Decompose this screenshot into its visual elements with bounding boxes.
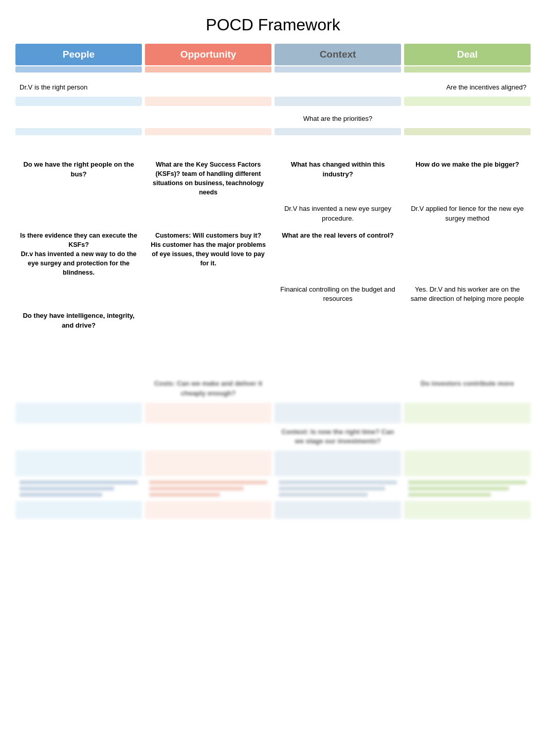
blur-context-1	[275, 376, 401, 402]
blur-dt-1	[404, 477, 531, 500]
a-context-1: Dr.V has invented a new eye surgey proce…	[275, 201, 401, 227]
bar-row-1	[15, 97, 531, 106]
blurred-section: Costs: Can we make and deliver it cheapl…	[15, 376, 531, 519]
cell-deal-intro: Are the incentives aligned?	[404, 80, 531, 96]
page-title: POCD Framework	[15, 15, 531, 34]
cell-people-2	[15, 111, 142, 127]
bar-blue-1	[15, 97, 142, 106]
framework-container: POCD Framework People Opportunity Contex…	[10, 15, 536, 519]
cell-deal-2	[404, 111, 531, 127]
header-opportunity: Opportunity	[145, 44, 271, 65]
blur-bar-gray	[275, 403, 401, 423]
blur-bar-pink	[145, 403, 271, 423]
blur-people-1	[15, 376, 142, 402]
q-people-2: Is there evidence they can execute the K…	[15, 228, 142, 281]
blur-deal-1: Do investors contribute more	[404, 376, 531, 402]
q-opportunity-1: What are the Key Success Factors (KSFs)?…	[145, 157, 271, 201]
blur-text-row-1	[15, 477, 531, 500]
blur-row-2: Context: Is now the right time? Can we s…	[15, 424, 531, 450]
bar-blue-2	[15, 128, 142, 135]
blur-row-1: Costs: Can we make and deliver it cheapl…	[15, 376, 531, 402]
blur-ot-1	[145, 477, 271, 500]
a-deal-1: Dr.V applied for lience for the new eye …	[404, 201, 531, 227]
a-deal-2: Yes. Dr.V and his worker are on the same…	[404, 282, 531, 308]
blur-bar-pink-2	[145, 451, 271, 476]
q-opportunity-3	[145, 308, 271, 334]
bar-row-2	[15, 128, 531, 135]
blur-bar-row-2	[15, 451, 531, 476]
bar-pink-2	[145, 128, 271, 135]
blur-context-2: Context: Is now the right time? Can we s…	[275, 424, 401, 450]
a-opportunity-2	[145, 282, 271, 308]
blur-bar-blue	[15, 403, 142, 423]
blur-bar-row-3	[15, 501, 531, 519]
blur-bar-green-2	[404, 451, 531, 476]
q-context-1: What has changed within this industry?	[275, 157, 401, 201]
blur-bar-row-1	[15, 403, 531, 423]
a-context-2: Finanical controlling on the budget and …	[275, 282, 401, 308]
row-intro-2: What are the priorities?	[15, 111, 531, 127]
bar-green-2	[404, 128, 531, 135]
q-deal-3	[404, 308, 531, 334]
cell-people-intro: Dr.V is the right person	[15, 80, 142, 96]
row-intro-1: Dr.V is the right person Are the incenti…	[15, 80, 531, 96]
q-opportunity-2: Customers: Will customers buy it? His cu…	[145, 228, 271, 281]
q-deal-1: How do we make the pie bigger?	[404, 157, 531, 201]
cell-context-2: What are the priorities?	[275, 111, 401, 127]
bar-green-1	[404, 97, 531, 106]
answer-row-2: Finanical controlling on the budget and …	[15, 282, 531, 308]
questions-row-2: Is there evidence they can execute the K…	[15, 228, 531, 281]
blur-deal-2	[404, 424, 531, 450]
bar-gray-1	[275, 97, 401, 106]
blur-bar-gray-3	[275, 501, 401, 519]
blur-bar-pink-3	[145, 501, 271, 519]
subbar-people	[15, 66, 142, 73]
header-subbars	[15, 65, 531, 73]
a-people-1	[15, 201, 142, 227]
blur-bar-blue-3	[15, 501, 142, 519]
blur-bar-green-3	[404, 501, 531, 519]
cell-opportunity-2	[145, 111, 271, 127]
blur-pt-1	[15, 477, 142, 500]
blur-bar-gray-2	[275, 451, 401, 476]
header-people: People	[15, 44, 142, 65]
subbar-context	[275, 66, 401, 73]
cell-context-intro	[275, 80, 401, 96]
questions-row-3: Do they have intelligence, integrity, an…	[15, 308, 531, 334]
q-context-2: What are the real levers of control?	[275, 228, 401, 281]
bar-gray-2	[275, 128, 401, 135]
blur-ct-1	[275, 477, 401, 500]
questions-row-1: Do we have the right people on the bus? …	[15, 157, 531, 201]
answer-row-1: Dr.V has invented a new eye surgey proce…	[15, 201, 531, 227]
cell-opportunity-intro	[145, 80, 271, 96]
blur-opportunity-1: Costs: Can we make and deliver it cheapl…	[145, 376, 271, 402]
blur-people-2	[15, 424, 142, 450]
header-context: Context	[275, 44, 401, 65]
blur-opportunity-2	[145, 424, 271, 450]
blur-bar-blue-2	[15, 451, 142, 476]
q-people-1: Do we have the right people on the bus?	[15, 157, 142, 201]
blur-bar-green	[404, 403, 531, 423]
header-deal: Deal	[404, 44, 531, 65]
a-people-2	[15, 282, 142, 308]
a-opportunity-1	[145, 201, 271, 227]
subbar-opportunity	[145, 66, 271, 73]
subbar-deal	[404, 66, 531, 73]
column-headers: People Opportunity Context Deal	[15, 44, 531, 65]
q-people-3: Do they have intelligence, integrity, an…	[15, 308, 142, 334]
q-context-3	[275, 308, 401, 334]
q-deal-2	[404, 228, 531, 281]
bar-pink-1	[145, 97, 271, 106]
